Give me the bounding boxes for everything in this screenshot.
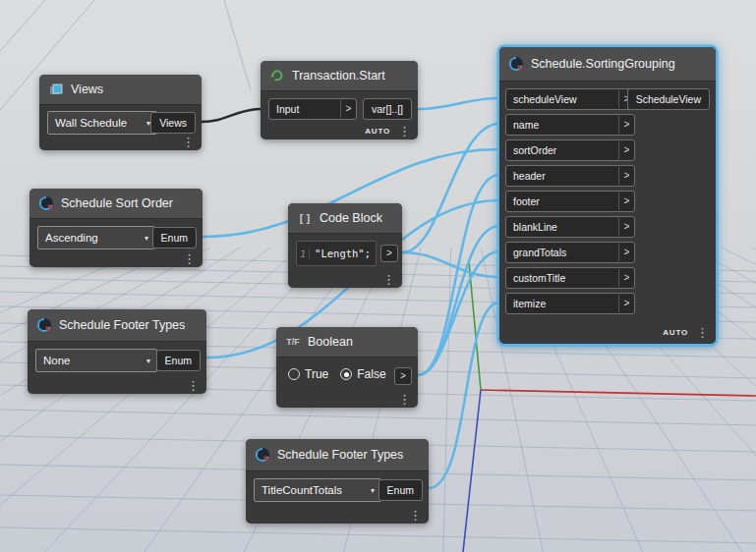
node-title: Transaction.Start (292, 69, 385, 83)
schedule-icon (38, 195, 54, 211)
transaction-input-port[interactable]: Input > (268, 98, 357, 120)
chevron-right-icon: > (340, 100, 356, 118)
chevron-right-icon: > (618, 269, 634, 287)
canvas[interactable]: Views Wall Schedule ▾ Views ⋮ Transactio… (0, 0, 756, 552)
sortorder-output-port[interactable]: Enum (152, 227, 197, 248)
schedule-icon (36, 317, 52, 333)
node-schedule-footer-types-totals[interactable]: Schedule Footer Types TitleCountTotals ▾… (246, 439, 429, 524)
codeblock-output-port[interactable]: > (380, 245, 398, 262)
boolean-output-port[interactable]: > (394, 367, 412, 385)
node-schedule-footer-types-none[interactable]: Schedule Footer Types None ▾ Enum ⋮ (28, 309, 206, 394)
code-block-icon: [ ] (297, 210, 313, 226)
sortorder-dropdown[interactable]: Ascending ▾ (37, 226, 155, 249)
chevron-right-icon: > (618, 141, 634, 159)
boolean-icon: T/F (285, 334, 301, 350)
node-title: Schedule Sort Order (61, 196, 173, 210)
transaction-output-port[interactable]: var[]..[] (363, 98, 412, 120)
node-boolean[interactable]: T/F Boolean True False > ⋮ (276, 327, 418, 408)
wire-codeblock-to-customtitle[interactable] (402, 252, 499, 277)
wire-views-to-transaction-input[interactable] (202, 109, 261, 122)
footernone-output-port[interactable]: Enum (156, 350, 201, 371)
node-menu-icon[interactable]: ⋮ (382, 273, 395, 286)
views-icon (48, 82, 64, 97)
input-port-scheduleview[interactable]: scheduleView > (505, 88, 635, 110)
node-code-block[interactable]: [ ] Code Block 1 "Length"; > ⋮ (288, 203, 402, 288)
wire-boolean-to-blankline[interactable] (418, 226, 499, 375)
schedule-icon (508, 56, 524, 72)
chevron-right-icon: > (618, 218, 634, 236)
input-port-itemize[interactable]: itemize > (505, 293, 635, 314)
chevron-right-icon: > (618, 167, 634, 185)
views-dropdown-value: Wall Schedule (48, 117, 141, 129)
wire-transaction-to-scheduleview[interactable] (418, 98, 499, 109)
views-output-port[interactable]: Views (150, 112, 196, 134)
footernone-dropdown[interactable]: None ▾ (35, 349, 157, 372)
radio-circle-icon (288, 368, 300, 380)
chevron-down-icon: ▾ (141, 357, 156, 365)
node-views[interactable]: Views Wall Schedule ▾ Views ⋮ (39, 75, 202, 150)
node-menu-icon[interactable]: ⋮ (187, 379, 200, 392)
node-boolean-header[interactable]: T/F Boolean (276, 327, 418, 358)
node-title: Schedule Footer Types (59, 318, 185, 332)
input-port-name[interactable]: name > (505, 114, 635, 136)
node-sortorder-header[interactable]: Schedule Sort Order (29, 189, 203, 219)
line-number: 1 (297, 248, 310, 259)
node-title: Boolean (308, 335, 353, 349)
transaction-icon (269, 68, 285, 83)
lacing-label[interactable]: AUTO (663, 328, 688, 337)
input-port-sortorder[interactable]: sortOrder > (505, 139, 635, 161)
chevron-right-icon: > (618, 295, 634, 312)
footertotals-output-port[interactable]: Enum (378, 479, 423, 501)
node-schedule-sort-order[interactable]: Schedule Sort Order Ascending ▾ Enum ⋮ (29, 189, 203, 267)
node-menu-icon[interactable]: ⋮ (398, 393, 411, 406)
node-title: Schedule.SortingGrouping (531, 57, 675, 71)
input-port-header[interactable]: header > (505, 165, 635, 187)
wire-footertotals-to-itemize[interactable] (429, 303, 499, 488)
footertotals-dropdown-value: TitleCountTotals (255, 484, 365, 496)
chevron-right-icon: > (400, 371, 406, 381)
lacing-label[interactable]: AUTO (365, 127, 390, 136)
radio-true[interactable]: True (288, 367, 328, 381)
views-dropdown[interactable]: Wall Schedule ▾ (47, 111, 157, 135)
input-port-grandtotals[interactable]: grandTotals > (505, 242, 635, 263)
node-footernone-header[interactable]: Schedule Footer Types (28, 309, 206, 342)
input-port-customtitle[interactable]: customTitle > (505, 267, 635, 289)
footertotals-dropdown[interactable]: TitleCountTotals ▾ (254, 478, 381, 502)
node-transaction-header[interactable]: Transaction.Start (261, 61, 418, 91)
sortorder-dropdown-value: Ascending (38, 232, 139, 244)
chevron-right-icon: > (386, 248, 392, 258)
schedule-icon (255, 447, 270, 463)
code-text[interactable]: "Length"; (310, 248, 376, 259)
node-views-header[interactable]: Views (39, 75, 202, 105)
radio-false[interactable]: False (340, 367, 385, 381)
node-footertotals-header[interactable]: Schedule Footer Types (246, 439, 429, 471)
node-menu-icon[interactable]: ⋮ (409, 509, 422, 522)
chevron-right-icon: > (618, 116, 634, 134)
node-menu-icon[interactable]: ⋮ (696, 326, 709, 339)
radio-circle-icon (340, 368, 352, 380)
node-title: Views (71, 83, 103, 96)
node-menu-icon[interactable]: ⋮ (182, 136, 195, 148)
node-menu-icon[interactable]: ⋮ (183, 252, 196, 265)
footernone-dropdown-value: None (36, 355, 141, 366)
output-port-scheduleview[interactable]: ScheduleView (627, 88, 710, 110)
node-sortinggrouping-header[interactable]: Schedule.SortingGrouping (499, 47, 716, 82)
node-menu-icon[interactable]: ⋮ (398, 125, 411, 138)
node-schedule-sortinggrouping[interactable]: Schedule.SortingGrouping scheduleView > … (499, 47, 716, 344)
input-port-blankline[interactable]: blankLine > (505, 216, 635, 238)
chevron-right-icon: > (618, 244, 634, 261)
node-codeblock-header[interactable]: [ ] Code Block (288, 203, 402, 234)
node-title: Code Block (320, 211, 382, 225)
code-editor[interactable]: 1 "Length"; (296, 241, 377, 266)
chevron-right-icon: > (618, 193, 634, 210)
input-port-footer[interactable]: footer > (505, 191, 635, 212)
node-title: Schedule Footer Types (277, 448, 403, 462)
node-transaction-start[interactable]: Transaction.Start Input > var[]..[] AUTO… (261, 61, 418, 139)
